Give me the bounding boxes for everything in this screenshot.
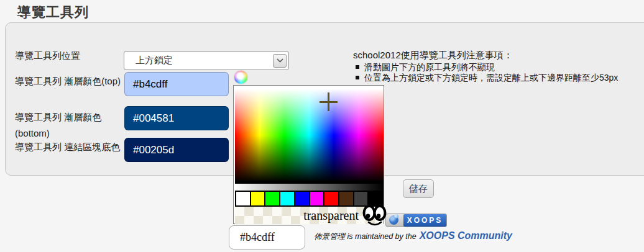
toolbar-position-select[interactable]: 上方鎖定 [124, 51, 289, 70]
smiley-face-icon[interactable] [362, 204, 387, 227]
color-swatch[interactable] [251, 192, 265, 205]
transparent-label: transparent [303, 209, 359, 223]
color-value-input[interactable]: #b4cdff [229, 225, 305, 250]
credit-text: 佈景管理 is maintained by the [314, 232, 416, 242]
color-swatch[interactable] [265, 192, 279, 205]
color-swatch[interactable] [339, 192, 353, 205]
link-block-color-input[interactable]: #00205d [124, 138, 229, 162]
color-swatch[interactable] [324, 192, 338, 205]
xoops-globe-icon [386, 214, 403, 227]
gradient-top-color-input[interactable]: #b4cdff [124, 72, 229, 96]
notes-heading: school2012使用導覽工具列注意事項： [353, 50, 513, 61]
select-value: 上方鎖定 [124, 55, 273, 66]
color-swatch[interactable] [236, 192, 250, 205]
color-swatch[interactable] [310, 192, 324, 205]
bullet-icon [356, 76, 359, 79]
page-title: 導覽工具列 [17, 3, 89, 22]
grayscale-bar[interactable] [235, 184, 384, 191]
transparent-option[interactable]: transparent [235, 207, 384, 224]
footer-credit: 佈景管理 is maintained by the XOOPS Communit… [314, 230, 575, 242]
label-link-block-color: 導覽工具列 連結區塊底色 [15, 142, 120, 153]
label-gradient-bottom-line2: (bottom) [15, 128, 50, 138]
xoops-logo-text: XOOPS [403, 214, 446, 227]
label-gradient-top: 導覽工具列 漸層顏色(top) [15, 76, 121, 88]
color-picker-map[interactable] [235, 87, 384, 184]
label-gradient-bottom-line1: 導覽工具列 漸層顏色 [15, 112, 101, 124]
gradient-bottom-color-input[interactable]: #004581 [124, 106, 229, 130]
swatch-row [235, 191, 384, 207]
chevron-down-icon[interactable] [273, 54, 287, 68]
xoops-logo[interactable]: XOOPS [385, 214, 447, 227]
color-picker-popup: transparent [233, 85, 384, 224]
save-button[interactable]: 儲存 [403, 179, 434, 198]
xoops-community-link[interactable]: XOOPS Community [420, 230, 512, 241]
bullet-icon [356, 65, 359, 69]
color-swatch[interactable] [295, 192, 309, 205]
label-toolbar-position: 導覽工具列位置 [15, 50, 80, 62]
note-item: 位置為上方鎖定或下方鎖定時，需設定離上或下邊界距離至少53px [356, 73, 618, 84]
color-swatch[interactable] [280, 192, 294, 205]
color-wheel-icon[interactable] [234, 71, 247, 84]
note-item: 滑動圖片下方的原工具列將不顯現 [356, 62, 495, 73]
